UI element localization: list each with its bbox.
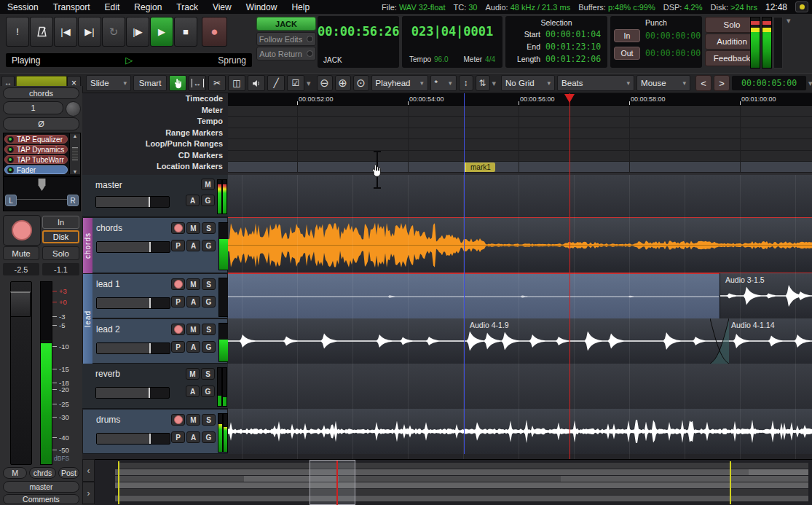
session-summary[interactable] [95, 459, 812, 505]
playlist-button[interactable]: P [171, 240, 185, 251]
menu-transport[interactable]: Transport [46, 2, 98, 12]
group-button[interactable]: G [202, 431, 216, 443]
automation-button[interactable]: A [186, 240, 200, 251]
track-header-master[interactable]: master M A G [82, 175, 228, 217]
solo-button[interactable]: S [201, 368, 215, 380]
plugin-active-led-icon[interactable] [7, 146, 14, 153]
region-chords[interactable] [228, 217, 812, 273]
region-drums[interactable] [228, 409, 812, 454]
mute-button[interactable]: M [201, 179, 215, 190]
pan-right-button[interactable]: R [67, 195, 79, 206]
lane-reverb[interactable] [228, 364, 812, 409]
punch-out-button[interactable]: Out [614, 47, 640, 60]
punch-out-clock[interactable]: 00:00:00:00 [645, 48, 701, 58]
vzoom-expand-button[interactable]: ⇅ [476, 75, 490, 91]
follow-edits-button[interactable]: Follow Edits [256, 32, 316, 46]
group-strip-lead[interactable]: lead [83, 274, 92, 364]
cut-tool-button[interactable]: ✂ [208, 75, 226, 91]
track-fader[interactable] [95, 196, 170, 208]
editor-canvas[interactable]: 00:00:52:00 00:00:54:00 00:00:56:00 00:0… [228, 93, 812, 459]
group-button[interactable]: G [202, 341, 216, 353]
plugin-active-led-icon[interactable] [7, 157, 14, 163]
record-enable-button[interactable] [171, 414, 185, 426]
comments-button[interactable]: Comments [3, 494, 79, 504]
edit-tool-button[interactable]: ☑ [287, 75, 304, 91]
crossfade-icon[interactable] [710, 318, 729, 364]
selection-end-clock[interactable]: 00:01:23:10 [545, 42, 601, 52]
group-button[interactable]: chrds [29, 467, 56, 479]
region-lead2[interactable]: Audio 4-1.9 Audio 4-1.14 [228, 318, 812, 364]
nudge-back-button[interactable]: < [695, 75, 712, 91]
playlist-button[interactable]: P [171, 296, 185, 308]
group-button[interactable]: G [202, 240, 216, 251]
jack-sync-button[interactable]: JACK [256, 17, 316, 31]
menu-region[interactable]: Region [127, 2, 169, 12]
solo-button[interactable]: S [202, 278, 216, 290]
goto-start-button[interactable]: |◀ [54, 17, 77, 47]
track-header-lead1[interactable]: lead lead 1 M S P A G [82, 273, 228, 318]
lane-lead2[interactable]: Audio 4-1.9 Audio 4-1.14 [228, 318, 812, 364]
loop-punch-ruler[interactable] [228, 139, 812, 150]
zoom-out-button[interactable]: ⊖ [317, 75, 333, 91]
track-header-chords[interactable]: chords chords M S P A G [82, 217, 228, 273]
monitor-input-button[interactable]: In [42, 216, 79, 229]
monitor-disk-button[interactable]: Disk [42, 230, 79, 243]
automation-button[interactable]: A [186, 195, 200, 206]
audition-tool-button[interactable] [248, 75, 265, 91]
nudge-forward-button[interactable]: > [714, 75, 730, 91]
play-selection-button[interactable]: |▶ [126, 17, 149, 47]
track-fader[interactable] [96, 297, 170, 309]
zoom-session-button[interactable]: ⊙ [353, 75, 369, 91]
record-enable-button[interactable] [171, 324, 185, 335]
menu-help[interactable]: Help [284, 2, 317, 12]
mute-button[interactable]: M [186, 414, 200, 426]
summary-view-rectangle[interactable] [310, 460, 355, 505]
lane-master[interactable] [228, 175, 812, 217]
chevron-down-icon[interactable]: ▾ [787, 16, 791, 26]
marker-menu-select[interactable]: *▾ [430, 75, 457, 91]
selection-start-clock[interactable]: 00:00:01:04 [545, 29, 601, 39]
processor-scrollbar[interactable]: ▲▼ [69, 133, 80, 174]
processor-item[interactable]: TAP Dynamics [4, 145, 68, 154]
stretch-tool-button[interactable]: ◫ [228, 75, 245, 91]
track-name[interactable]: reverb [95, 369, 120, 379]
solo-button[interactable]: S [202, 324, 216, 335]
track-header-drums[interactable]: drums M S P A G [82, 409, 228, 454]
track-name[interactable]: chords [96, 223, 122, 233]
selection-length-clock[interactable]: 00:01:22:06 [545, 54, 601, 64]
track-name[interactable]: lead 1 [96, 279, 120, 289]
midi-panic-button[interactable]: ! [6, 17, 29, 47]
range-markers-ruler[interactable] [228, 128, 812, 139]
scroll-down-icon[interactable]: ▼ [73, 169, 78, 174]
menu-edit[interactable]: Edit [98, 2, 127, 12]
playhead-head-icon[interactable] [564, 94, 575, 103]
stop-button[interactable]: ■ [174, 17, 197, 47]
chevron-down-icon[interactable]: ▾ [492, 79, 497, 88]
chevron-down-icon[interactable]: ▾ [808, 79, 812, 88]
group-button[interactable]: G [201, 195, 215, 206]
error-log-indicator[interactable] [795, 1, 808, 12]
track-fader[interactable] [95, 387, 170, 399]
auto-return-button[interactable]: Auto Return [256, 47, 316, 60]
solo-button[interactable]: Solo [42, 246, 79, 260]
ruler-label-tempo[interactable]: Tempo [82, 116, 228, 128]
ruler-label-timecode[interactable]: Timecode [82, 93, 228, 105]
menu-view[interactable]: View [205, 2, 239, 12]
chevron-down-icon[interactable]: ▾ [307, 79, 311, 88]
processor-box[interactable]: TAP Equalizer TAP Dynamics TAP TubeWarr … [3, 133, 81, 176]
group-strip-chords[interactable]: chords [83, 218, 92, 273]
track-header-lead2[interactable]: lead 2 M S P A G [82, 318, 228, 364]
playhead-line[interactable] [569, 93, 570, 459]
pan-left-button[interactable]: L [5, 195, 17, 206]
record-enable-button[interactable] [171, 278, 185, 290]
solo-button[interactable]: S [202, 414, 216, 426]
track-name[interactable]: master [95, 180, 122, 190]
edit-mode-select[interactable]: Slide▾ [86, 75, 131, 91]
automation-button[interactable]: A [186, 341, 200, 353]
mute-button[interactable]: M [186, 368, 200, 380]
pan-control[interactable]: L R [3, 176, 81, 211]
group-button[interactable]: G [201, 385, 215, 397]
zoom-focus-select[interactable]: Playhead▾ [371, 75, 428, 91]
scroll-right-button[interactable]: › [82, 482, 95, 504]
mute-button[interactable]: M [186, 222, 200, 234]
